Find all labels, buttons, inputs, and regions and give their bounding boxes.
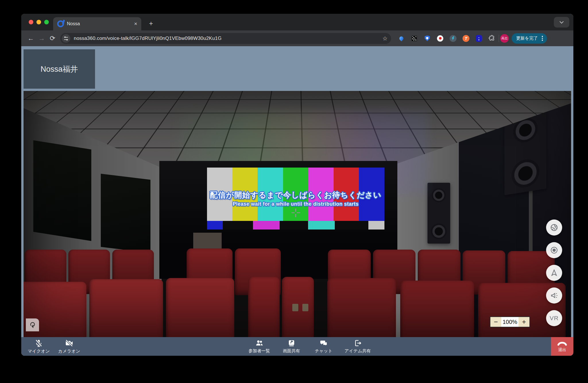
screen-messages: 配信が開始するまで今しばらくお待ちください Please wait for a … xyxy=(207,168,384,230)
seat xyxy=(400,281,474,337)
tab-favicon-icon xyxy=(57,20,64,27)
room-name-box: Nossa福井 xyxy=(24,49,95,89)
navigate-button[interactable] xyxy=(546,265,562,281)
mic-off-icon xyxy=(34,339,43,347)
zoom-window-button[interactable] xyxy=(44,20,49,24)
page-content: Nossa福井 xyxy=(21,46,573,356)
url-text[interactable]: nossa360.com/voice-talk/lGG7dRUlYjli0nQ1… xyxy=(74,36,379,41)
item-share-icon xyxy=(353,339,362,347)
exit-button[interactable]: 退出 xyxy=(551,337,573,356)
screen-share-button[interactable]: 画面共有 xyxy=(280,337,303,356)
camera-toggle-button[interactable]: カメラオン xyxy=(58,337,80,356)
meeting-toolbar: マイクオン カメラオン xyxy=(21,337,573,356)
url-bar[interactable]: nossa360.com/voice-talk/lGG7dRUlYjli0nQ1… xyxy=(60,33,391,44)
megaphone-icon xyxy=(550,291,558,300)
hangup-phone-icon xyxy=(557,340,567,347)
scene-side-controls: VR xyxy=(546,219,562,326)
participants-button[interactable]: 参加者一覧 xyxy=(248,337,270,356)
participants-label: 参加者一覧 xyxy=(249,348,270,354)
room-name-label: Nossa福井 xyxy=(40,64,78,74)
scene-stage-box xyxy=(193,233,222,250)
item-share-label: アイテム共有 xyxy=(345,348,371,354)
update-chrome-label: 更新を完了 xyxy=(516,36,538,41)
seat xyxy=(327,278,396,337)
exit-label: 退出 xyxy=(558,347,566,353)
puzzle-icon[interactable] xyxy=(488,34,496,42)
chat-icon xyxy=(319,339,328,347)
screenshot-shutter-button[interactable] xyxy=(546,219,562,236)
site-settings-button[interactable] xyxy=(62,34,70,43)
zoom-control: − 100% + xyxy=(490,316,530,327)
tune-icon xyxy=(64,37,68,40)
reload-button[interactable]: ⟳ xyxy=(47,33,58,44)
update-chrome-button[interactable]: 更新を完了 xyxy=(512,33,547,44)
screen-share-label: 画面共有 xyxy=(283,348,300,354)
record-icon xyxy=(550,246,558,254)
wait-message-en: Please wait for a while until the distri… xyxy=(207,201,384,207)
browser-titlebar: Nossa × + xyxy=(21,14,573,30)
browser-tab[interactable]: Nossa × xyxy=(53,17,141,30)
reload-scene-icon: ⟳ xyxy=(29,322,36,328)
qr-code-icon[interactable] xyxy=(410,34,418,42)
bookmark-star-icon[interactable]: ☆ xyxy=(382,35,389,42)
toolbar-divider xyxy=(499,35,499,42)
lightning-icon[interactable] xyxy=(449,34,457,42)
zoom-level-value: 100% xyxy=(501,317,519,327)
new-tab-button[interactable]: + xyxy=(146,19,156,28)
seat xyxy=(89,279,163,337)
vr-label: VR xyxy=(550,315,558,322)
wait-message-ja: 配信が開始するまで今しばらくお待ちください xyxy=(207,190,384,200)
tab-title: Nossa xyxy=(67,21,131,26)
aperture-icon xyxy=(550,223,558,232)
browser-window: Nossa × + ← → ⟳ nossa360.com/voice-talk/… xyxy=(21,14,573,356)
item-share-button[interactable]: アイテム共有 xyxy=(345,337,371,356)
tab-search-button[interactable] xyxy=(554,17,569,28)
tab-close-icon[interactable]: × xyxy=(134,21,137,27)
crosshair-icon xyxy=(291,209,300,217)
close-window-button[interactable] xyxy=(29,20,33,24)
camera-off-icon xyxy=(65,339,74,347)
seat-armrest xyxy=(292,304,298,311)
zoom-in-button[interactable]: + xyxy=(519,317,529,327)
speaker-box-small xyxy=(428,183,450,244)
profile-avatar[interactable]: 高志 xyxy=(500,34,509,43)
extensions-row: T ; xyxy=(397,34,496,42)
record-dot-icon[interactable] xyxy=(436,34,444,42)
t-logo-icon[interactable]: T xyxy=(462,34,470,42)
location-pin-icon[interactable] xyxy=(397,34,405,42)
zoom-out-button[interactable]: − xyxy=(490,317,501,327)
forward-button[interactable]: → xyxy=(36,33,47,44)
record-button[interactable] xyxy=(546,242,562,258)
seat xyxy=(248,277,280,337)
minimize-window-button[interactable] xyxy=(36,20,41,24)
participants-icon xyxy=(255,339,264,347)
seat xyxy=(166,278,234,337)
chat-label: チャット xyxy=(315,348,332,354)
announce-button[interactable] xyxy=(546,287,562,304)
scene-360-viewport[interactable]: 配信が開始するまで今しばらくお待ちください Please wait for a … xyxy=(24,91,571,337)
semicolon-icon[interactable]: ; xyxy=(475,34,483,42)
seat-armrest xyxy=(302,304,308,311)
mic-toggle-button[interactable]: マイクオン xyxy=(28,337,50,356)
navigation-arrow-icon xyxy=(550,269,558,277)
chevron-down-icon xyxy=(560,20,564,24)
scene-reload-button[interactable]: ⟳ xyxy=(26,318,39,331)
traffic-lights xyxy=(29,20,49,24)
chat-button[interactable]: チャット xyxy=(312,337,335,356)
browser-toolbar: ← → ⟳ nossa360.com/voice-talk/lGG7dRUlYj… xyxy=(21,30,573,46)
camera-toggle-label: カメラオン xyxy=(58,349,80,354)
mic-toggle-label: マイクオン xyxy=(28,349,50,354)
theater-screen: 配信が開始するまで今しばらくお待ちください Please wait for a … xyxy=(207,168,384,230)
screen-share-icon xyxy=(287,339,296,347)
menu-kebab-icon[interactable] xyxy=(541,35,543,41)
back-button[interactable]: ← xyxy=(25,33,36,44)
shield-icon[interactable] xyxy=(423,34,431,42)
vr-mode-button[interactable]: VR xyxy=(546,310,562,326)
